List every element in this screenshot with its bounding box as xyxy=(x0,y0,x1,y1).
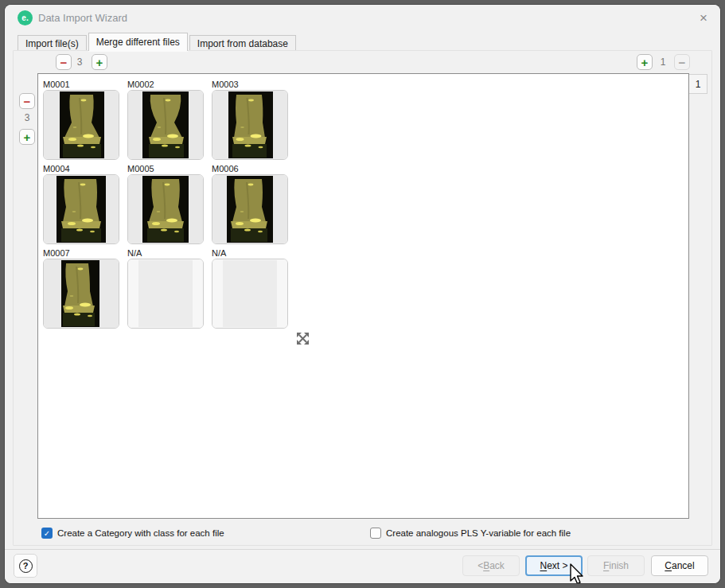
file-slot-label: M0004 xyxy=(43,164,119,174)
remove-column-button[interactable]: − xyxy=(674,54,690,70)
sample-thumbnail[interactable] xyxy=(127,174,204,244)
sample-thumbnail[interactable] xyxy=(127,90,204,160)
pane-page-tab[interactable]: 1 xyxy=(689,74,707,94)
cancel-button[interactable]: Cancel xyxy=(651,555,708,576)
file-slot: M0002 xyxy=(127,80,204,160)
move-handle-icon[interactable] xyxy=(296,332,310,345)
back-button[interactable]: < Back xyxy=(462,555,520,576)
tab-merge-different-files[interactable]: Merge different files xyxy=(88,33,188,51)
checkbox-unchecked-icon[interactable] xyxy=(370,528,381,539)
file-slot-label: M0002 xyxy=(127,80,204,90)
sample-thumbnail[interactable] xyxy=(43,259,119,329)
file-slot-label: M0007 xyxy=(43,248,119,259)
app-logo-icon: e. xyxy=(18,10,33,25)
row-count-label: 3 xyxy=(72,56,88,68)
titlebar: e. Data Import Wizard × xyxy=(5,5,720,32)
add-file-button[interactable]: + xyxy=(19,129,35,145)
finish-button[interactable]: Finish xyxy=(587,555,645,576)
file-slot: M0003 xyxy=(212,80,288,160)
sample-thumbnail[interactable] xyxy=(43,174,119,244)
wizard-tabbar: Import file(s)Merge different filesImpor… xyxy=(18,33,296,51)
column-count-label: 1 xyxy=(655,56,671,68)
close-icon[interactable]: × xyxy=(694,9,713,28)
footer-bar: ? < Back Next > Finish Cancel xyxy=(5,549,720,583)
help-icon: ? xyxy=(19,559,33,573)
file-slot: M0001 xyxy=(43,80,119,160)
mouse-cursor xyxy=(567,563,585,583)
add-column-button[interactable]: + xyxy=(637,54,653,70)
checkbox-checked-icon[interactable]: ✓ xyxy=(41,528,53,539)
sample-thumbnail[interactable] xyxy=(212,90,288,160)
create-category-option[interactable]: ✓Create a Category with class for each f… xyxy=(41,527,224,539)
window-title: Data Import Wizard xyxy=(38,12,127,24)
remove-row-button[interactable]: − xyxy=(56,54,72,70)
file-slot-label: N/A xyxy=(212,248,288,259)
file-count-label: 3 xyxy=(19,112,35,123)
file-slot-label: M0005 xyxy=(127,164,204,174)
help-button[interactable]: ? xyxy=(14,554,37,578)
file-slot: N/A xyxy=(212,248,288,329)
tab-import-from-database[interactable]: Import from database xyxy=(189,35,296,51)
file-slot: M0006 xyxy=(212,164,288,244)
file-slot-label: M0006 xyxy=(212,164,288,174)
empty-thumbnail[interactable] xyxy=(212,259,288,329)
add-row-button[interactable]: + xyxy=(92,54,107,70)
file-slot: N/A xyxy=(127,248,204,329)
sample-thumbnail[interactable] xyxy=(212,174,288,244)
file-slot: M0005 xyxy=(127,164,204,244)
tab-import-file-s-[interactable]: Import file(s) xyxy=(18,35,87,51)
data-import-wizard-window: e. Data Import Wizard × Import file(s)Me… xyxy=(5,5,720,583)
sample-thumbnail[interactable] xyxy=(43,90,119,160)
file-slot-label: M0003 xyxy=(212,80,288,90)
remove-file-button[interactable]: − xyxy=(19,93,35,109)
file-slot-label: M0001 xyxy=(43,80,119,90)
file-slot: M0007 xyxy=(43,248,119,329)
option-label: Create a Category with class for each fi… xyxy=(57,528,224,538)
create-pls-variable-option[interactable]: Create analogous PLS Y-variable for each… xyxy=(370,527,571,539)
file-slot: M0004 xyxy=(43,164,119,244)
option-label: Create analogous PLS Y-variable for each… xyxy=(386,528,571,538)
empty-thumbnail[interactable] xyxy=(127,259,204,329)
file-slot-label: N/A xyxy=(127,248,204,259)
